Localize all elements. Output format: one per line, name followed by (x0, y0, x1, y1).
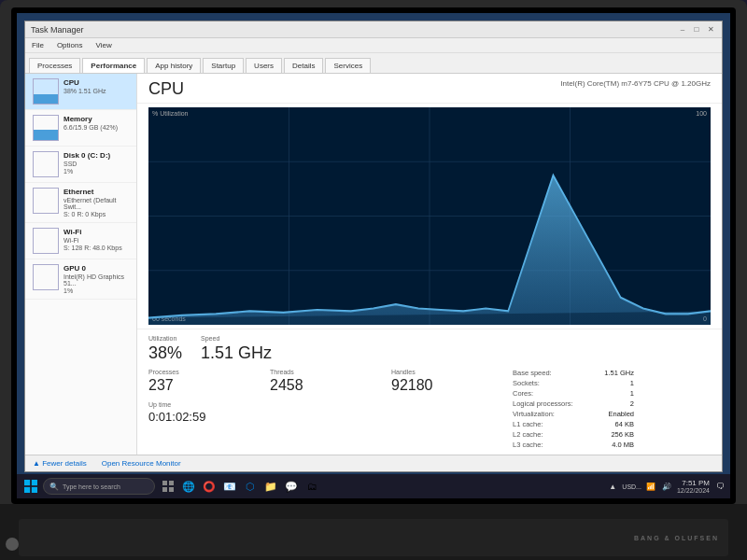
power-button[interactable] (6, 538, 19, 551)
keyboard-area: hp BANG & OLUFSEN (0, 504, 747, 560)
svg-rect-14 (169, 487, 174, 492)
cpu-detail: 38% 1.51 GHz (63, 88, 129, 94)
task-view-button[interactable] (159, 477, 177, 496)
edge-icon-button[interactable]: 🌐 (179, 477, 198, 496)
logical-value: 2 (630, 399, 634, 408)
vscode-icon: ⬡ (246, 481, 255, 493)
whatsapp-icon-button[interactable]: 💬 (282, 477, 301, 496)
cpu-mini-graph (33, 78, 59, 105)
disk-detail2: 1% (63, 168, 129, 175)
chrome-icon-button[interactable]: ⭕ (200, 477, 218, 496)
keyboard-keys: BANG & OLUFSEN (19, 519, 728, 556)
folder-icon: 📁 (264, 481, 277, 493)
handles-label: Handles (391, 369, 485, 375)
speed-col: Speed 1.51 GHz (201, 335, 272, 363)
clock-time: 7:51 PM (677, 479, 710, 487)
system-clock[interactable]: 7:51 PM 12/22/2024 (677, 479, 710, 494)
virtualization-value: Enabled (608, 410, 634, 418)
tab-users[interactable]: Users (246, 58, 282, 73)
folder-icon-button[interactable]: 📁 (261, 477, 280, 496)
tab-performance[interactable]: Performance (82, 58, 145, 73)
sidebar-item-ethernet[interactable]: Ethernet vEthernet (Default Swit... S: 0… (25, 183, 136, 223)
window-controls: – □ ✕ (677, 24, 716, 35)
sockets-row: Sockets: 1 (513, 379, 634, 387)
file-manager-icon: 🗂 (307, 481, 317, 492)
file-manager-button[interactable]: 🗂 (303, 477, 321, 496)
menu-view[interactable]: View (92, 40, 114, 50)
start-button[interactable] (21, 476, 41, 497)
sidebar-item-cpu[interactable]: CPU 38% 1.51 GHz (25, 74, 136, 110)
uptime-label: Up time (148, 401, 242, 408)
windows-logo-icon (24, 480, 37, 493)
gpu-mini-graph (33, 264, 59, 290)
tab-details[interactable]: Details (284, 58, 323, 73)
tab-startup[interactable]: Startup (203, 58, 244, 73)
taskbar-search-box[interactable]: 🔍 Type here to search (43, 478, 155, 495)
sidebar-item-wifi[interactable]: Wi-Fi Wi-Fi S: 128 R: 48.0 Kbps (25, 223, 136, 259)
tab-services[interactable]: Services (325, 58, 371, 73)
volume-tray-icon[interactable]: 🔊 (660, 480, 673, 493)
gpu-label: GPU 0 (63, 264, 129, 273)
panel-title: CPU (148, 79, 184, 99)
wifi-detail2: S: 128 R: 48.0 Kbps (63, 245, 129, 251)
uptime-value: 0:01:02:59 (148, 410, 242, 424)
vscode-icon-button[interactable]: ⬡ (241, 477, 260, 496)
gpu-detail1: Intel(R) HD Graphics 51... (63, 273, 129, 287)
close-button[interactable]: ✕ (705, 24, 716, 35)
taskbar-pinned-apps: 🌐 ⭕ 📧 ⬡ 📁 (159, 477, 321, 496)
titlebar: Task Manager – □ ✕ (25, 21, 722, 38)
performance-sidebar: CPU 38% 1.51 GHz Memory 6.6/15.9 GB (25, 74, 137, 455)
tabs-bar: Processes Performance App history Startu… (25, 53, 722, 74)
l2-label: L2 cache: (513, 430, 543, 439)
menu-file[interactable]: File (29, 40, 47, 50)
svg-rect-13 (162, 487, 167, 492)
ethernet-label: Ethernet (63, 188, 129, 196)
sidebar-item-gpu[interactable]: GPU 0 Intel(R) HD Graphics 51... 1% (25, 259, 136, 300)
l3-value: 4.0 MB (612, 441, 634, 449)
ethernet-detail1: vEthernet (Default Swit... (63, 197, 129, 210)
logical-label: Logical processors: (513, 399, 573, 408)
open-resource-monitor-link[interactable]: Open Resource Monitor (102, 459, 181, 468)
windows-taskbar: 🔍 Type here to search (17, 474, 730, 498)
disk-label: Disk 0 (C: D:) (63, 151, 129, 160)
search-icon: 🔍 (49, 483, 59, 491)
base-speed-label: Base speed: (513, 369, 552, 377)
fewer-details-link[interactable]: ▲ Fewer details (33, 459, 87, 468)
sockets-value: 1 (630, 379, 634, 387)
email-icon-button[interactable]: 📧 (220, 477, 239, 496)
cpu-graph-svg (148, 107, 711, 325)
sidebar-item-memory[interactable]: Memory 6.6/15.9 GB (42%) (25, 110, 136, 147)
tab-app-history[interactable]: App history (147, 58, 201, 73)
utilization-label: Utilization (148, 335, 182, 342)
wifi-detail1: Wi-Fi (63, 237, 129, 244)
maximize-button[interactable]: □ (691, 24, 702, 35)
cpu-graph: % Utilization 100 0 60 seconds (148, 107, 711, 325)
sidebar-item-disk[interactable]: Disk 0 (C: D:) SSD 1% (25, 147, 136, 183)
task-view-icon (162, 481, 174, 492)
windows-desktop: Task Manager – □ ✕ File Options View (17, 13, 730, 498)
minimize-button[interactable]: – (677, 24, 688, 35)
wifi-label: Wi-Fi (63, 228, 129, 236)
chrome-icon: ⭕ (203, 481, 216, 493)
tray-overflow-button[interactable]: ▲ (606, 480, 619, 493)
l3-row: L3 cache: 4.0 MB (513, 441, 634, 449)
notifications-button[interactable]: 🗨 (713, 480, 726, 493)
l2-row: L2 cache: 256 KB (513, 430, 634, 439)
svg-rect-12 (169, 481, 174, 485)
tm-body: CPU 38% 1.51 GHz Memory 6.6/15.9 GB (25, 74, 722, 455)
l1-label: L1 cache: (513, 420, 543, 428)
utilization-col: Utilization 38% (148, 335, 182, 363)
screen: Task Manager – □ ✕ File Options View (17, 13, 730, 498)
menubar: File Options View (25, 38, 722, 53)
tm-bottom-bar: ▲ Fewer details Open Resource Monitor (25, 455, 722, 471)
system-tray: ▲ USD... 📶 🔊 (606, 480, 673, 493)
network-tray-icon[interactable]: 📶 (644, 480, 657, 493)
speed-label: Speed (201, 335, 272, 342)
taskbar-right-area: ▲ USD... 📶 🔊 7:51 PM 12 (606, 479, 726, 494)
menu-options[interactable]: Options (54, 40, 86, 50)
memory-detail: 6.6/15.9 GB (42%) (63, 124, 129, 131)
sound-icon: 🔊 (662, 483, 671, 491)
tab-processes[interactable]: Processes (29, 58, 80, 73)
laptop-frame: Task Manager – □ ✕ File Options View (0, 0, 747, 560)
cpu-label: CPU (63, 78, 129, 87)
